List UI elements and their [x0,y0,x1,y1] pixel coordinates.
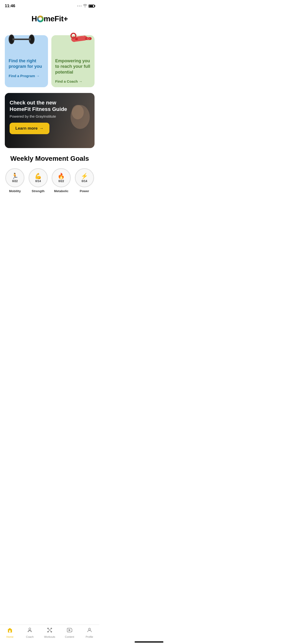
metabolic-label: Metabolic [54,189,68,193]
goal-metabolic[interactable]: 🔥 0/22 Metabolic [52,168,71,193]
battery-icon [89,4,95,8]
power-count: 0/14 [82,180,87,183]
find-coach-link[interactable]: Find a Coach → [55,79,91,84]
strength-icon: 💪 [35,173,42,180]
logo-prefix: H [32,14,37,23]
program-card[interactable]: Find the right program for you Find a Pr… [5,35,48,87]
goal-circle-mobility: 🏃 0/22 [5,168,25,187]
whistle-image [68,28,95,52]
mobility-icon: 🏃 [11,173,19,180]
power-label: Power [80,189,89,193]
logo-ring-icon [37,16,44,22]
power-icon: ⚡ [81,173,88,180]
coach-card[interactable]: Empowering you to reach your full potent… [51,35,95,87]
signal-dots-icon [77,6,82,6]
svg-rect-5 [13,38,14,40]
learn-more-button[interactable]: Learn more → [10,123,49,134]
status-icons [77,4,95,8]
program-card-title: Find the right program for you [9,58,44,70]
find-program-link[interactable]: Find a Program → [9,74,44,78]
weekly-goals-section: Weekly Movement Goals 🏃 0/22 Mobility 💪 … [0,155,99,195]
status-time: 11:46 [5,4,15,8]
coach-card-title: Empowering you to reach your full potent… [55,58,91,75]
svg-point-11 [75,38,78,40]
fitness-guide-banner[interactable]: HomeFit Check out the new HomeFit Fitnes… [5,93,95,148]
banner-content: Check out the new HomeFit Fitness Guide … [5,93,95,139]
mobility-label: Mobility [9,189,21,193]
svg-point-9 [88,38,89,39]
svg-rect-6 [29,38,31,40]
goal-strength[interactable]: 💪 0/14 Strength [29,168,48,193]
cards-section: Find the right program for you Find a Pr… [0,35,99,93]
status-bar: 11:46 [0,0,99,10]
metabolic-icon: 🔥 [58,173,65,180]
wifi-icon [83,4,87,8]
strength-count: 0/14 [35,180,41,183]
learn-more-label: Learn more [15,126,38,131]
goal-circle-power: ⚡ 0/14 [75,168,94,187]
svg-rect-2 [14,38,30,40]
strength-label: Strength [32,189,44,193]
goal-circle-metabolic: 🔥 0/22 [52,168,71,187]
banner-title: Check out the new HomeFit Fitness Guide [10,100,67,112]
goals-row: 🏃 0/22 Mobility 💪 0/14 Strength 🔥 0/22 M… [5,168,95,195]
banner-subtitle: Powered by the GrayInstitute [10,114,90,118]
goal-circle-strength: 💪 0/14 [29,168,48,187]
goal-power[interactable]: ⚡ 0/14 Power [75,168,94,193]
goal-mobility[interactable]: 🏃 0/22 Mobility [5,168,25,193]
logo-suffix: meFit+ [44,14,68,23]
metabolic-count: 0/22 [59,180,64,183]
learn-more-arrow: → [40,126,44,131]
app-logo: HmeFit+ [0,14,99,23]
dumbbell-image [7,28,36,52]
mobility-count: 0/22 [12,180,18,183]
weekly-goals-title: Weekly Movement Goals [5,155,95,162]
app-header: HmeFit+ [0,10,99,28]
